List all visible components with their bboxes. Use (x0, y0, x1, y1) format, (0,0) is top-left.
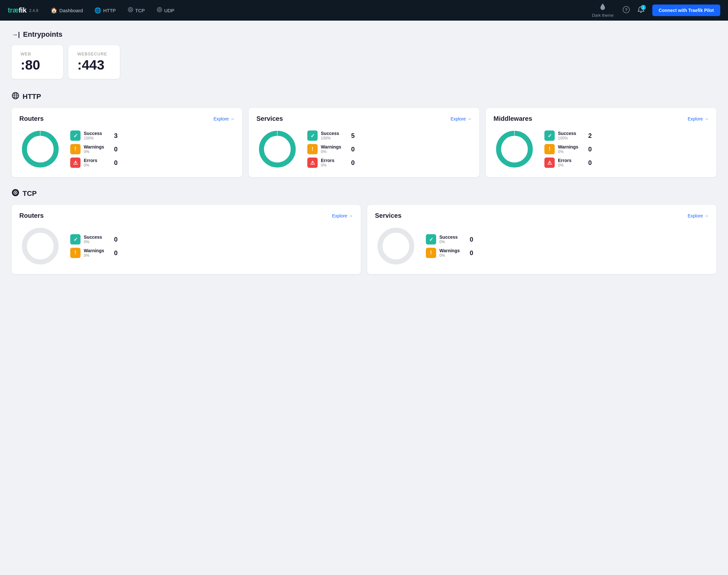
tcp-services-explore[interactable]: Explore → (688, 213, 709, 218)
nav-udp-label: UDP (164, 8, 175, 13)
success-count: 3 (114, 132, 117, 139)
tcp-routers-warnings-row: ! Warnings 0% 0 (70, 248, 117, 258)
svg-point-19 (15, 192, 16, 193)
main-content: →| Entrypoints WEB :80 WEBSECURE :443 HT… (0, 21, 728, 284)
http-services-body: ✓ Success 100% 5 ! Warnings 0% 0 (256, 128, 472, 170)
notification-bell[interactable]: 1 (635, 4, 647, 17)
svg-point-21 (380, 230, 412, 262)
success-icon: ✓ (70, 131, 80, 141)
http-middlewares-header: Middlewares Explore → (493, 115, 709, 123)
tcp-services-donut (375, 225, 417, 267)
entrypoint-websecure[interactable]: WEBSECURE :443 (68, 45, 120, 79)
tcp-routers-header: Routers Explore → (19, 212, 353, 219)
nav-http-label: HTTP (103, 8, 116, 13)
svg-point-20 (25, 230, 56, 262)
success-label: Success (84, 131, 109, 136)
success-icon: ✓ (426, 234, 436, 244)
http-routers-explore[interactable]: Explore → (214, 116, 235, 122)
http-middlewares-donut (493, 128, 535, 170)
nav-dashboard-label: Dashboard (59, 8, 83, 13)
home-icon: 🏠 (50, 7, 57, 14)
svg-point-14 (262, 133, 293, 165)
http-routers-stats: ✓ Success 100% 3 ! Warnings 0% 0 (70, 131, 117, 168)
http-routers-title: Routers (19, 115, 44, 123)
tcp-services-stats: ✓ Success 0% 0 ! Warnings 0% 0 (426, 234, 473, 258)
http-services-card: Services Explore → ✓ Success 100% (249, 108, 479, 177)
notification-badge: 1 (641, 5, 646, 10)
entrypoints-title: Entrypoints (23, 30, 63, 39)
errors-count: 0 (114, 159, 117, 167)
entrypoint-web-label: WEB (21, 52, 53, 56)
entrypoint-websecure-port: :443 (77, 58, 109, 72)
tcp-section-heading: TCP (11, 189, 717, 198)
error-icon: ⚠ (70, 158, 80, 168)
tcp-routers-card: Routers Explore → ✓ Success 0% (11, 205, 361, 274)
tcp-section-title: TCP (23, 190, 37, 198)
svg-point-2 (157, 7, 162, 12)
logo[interactable]: træfik 2.4.8 (8, 6, 38, 14)
entrypoint-web-port: :80 (21, 58, 53, 72)
success-icon: ✓ (307, 131, 318, 141)
http-middlewares-warnings-row: ! Warnings 0% 0 (544, 144, 592, 154)
http-middlewares-explore[interactable]: Explore → (688, 116, 709, 122)
tcp-icon (11, 189, 19, 198)
http-routers-card: Routers Explore → ✓ Success 100% (11, 108, 242, 177)
http-routers-errors-row: ⚠ Errors 0% 0 (70, 158, 117, 168)
warning-icon: ! (70, 248, 80, 258)
svg-point-3 (159, 9, 161, 11)
drop-icon (599, 3, 606, 12)
nav-tcp[interactable]: TCP (123, 4, 149, 17)
udp-icon (157, 7, 162, 14)
http-routers-body: ✓ Success 100% 3 ! Warnings 0% 0 (19, 128, 235, 170)
connect-pilot-button[interactable]: Connect with Traefik Pilot (652, 4, 720, 16)
svg-point-0 (128, 7, 133, 12)
success-icon: ✓ (70, 234, 80, 244)
tcp-routers-explore[interactable]: Explore → (332, 213, 353, 218)
entrypoints-icon: →| (11, 31, 20, 38)
http-section-heading: HTTP (11, 92, 717, 101)
tcp-services-title: Services (375, 212, 402, 219)
version-label: 2.4.8 (29, 8, 38, 13)
http-services-header: Services Explore → (256, 115, 472, 123)
tcp-routers-stats: ✓ Success 0% 0 ! Warnings 0% 0 (70, 234, 117, 258)
tcp-routers-body: ✓ Success 0% 0 ! Warnings 0% 0 (19, 225, 353, 267)
nav-tcp-label: TCP (135, 8, 145, 13)
http-services-errors-row: ⚠ Errors 0% 0 (307, 158, 355, 168)
http-services-title: Services (256, 115, 283, 123)
success-pct: 100% (84, 136, 109, 140)
logo-text: træfik (8, 6, 26, 14)
svg-point-12 (25, 133, 56, 165)
tcp-icon (128, 7, 133, 14)
http-routers-warnings-row: ! Warnings 0% 0 (70, 144, 117, 154)
http-services-warnings-row: ! Warnings 0% 0 (307, 144, 355, 154)
navbar: træfik 2.4.8 🏠 Dashboard 🌐 HTTP TCP UDP … (0, 0, 728, 21)
warning-icon: ! (70, 144, 80, 154)
http-cards-row: Routers Explore → ✓ Success 100% (11, 108, 717, 177)
http-section-title: HTTP (23, 93, 41, 101)
dark-theme-label: Dark theme (592, 13, 614, 18)
http-routers-success-row: ✓ Success 100% 3 (70, 131, 117, 141)
tcp-cards-row: Routers Explore → ✓ Success 0% (11, 205, 717, 274)
errors-label: Errors (84, 158, 109, 163)
http-middlewares-errors-row: ⚠ Errors 0% 0 (544, 158, 592, 168)
http-services-explore[interactable]: Explore → (451, 116, 472, 122)
tcp-services-header: Services Explore → (375, 212, 709, 219)
tcp-services-success-row: ✓ Success 0% 0 (426, 234, 473, 244)
http-services-donut (256, 128, 298, 170)
nav-http[interactable]: 🌐 HTTP (90, 4, 120, 16)
svg-point-1 (130, 9, 131, 11)
nav-udp[interactable]: UDP (152, 4, 179, 17)
entrypoint-web[interactable]: WEB :80 (11, 45, 63, 79)
help-button[interactable]: ? (620, 4, 632, 18)
entrypoints-row: WEB :80 WEBSECURE :443 (11, 45, 717, 79)
svg-point-16 (499, 133, 530, 165)
dark-theme-toggle[interactable]: Dark theme (588, 2, 618, 19)
tcp-services-body: ✓ Success 0% 0 ! Warnings 0% 0 (375, 225, 709, 267)
nav-dashboard[interactable]: 🏠 Dashboard (46, 4, 87, 16)
warnings-count: 0 (114, 146, 117, 153)
tcp-routers-title: Routers (19, 212, 44, 219)
entrypoints-heading: →| Entrypoints (11, 30, 717, 39)
tcp-routers-success-row: ✓ Success 0% 0 (70, 234, 117, 244)
http-routers-donut (19, 128, 61, 170)
http-middlewares-title: Middlewares (493, 115, 532, 123)
